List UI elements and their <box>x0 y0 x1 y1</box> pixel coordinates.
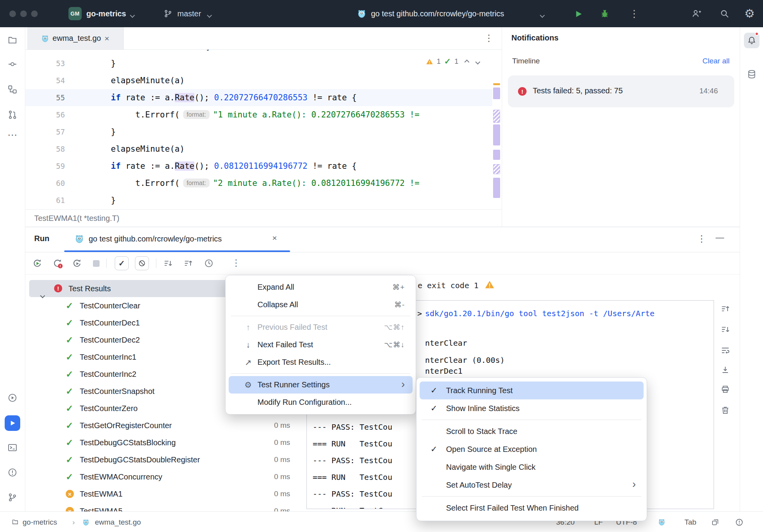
stop-button-disabled[interactable] <box>93 260 100 267</box>
minimize-icon[interactable]: — <box>716 233 724 243</box>
clear-console-icon[interactable] <box>720 405 730 415</box>
breadcrumb-file[interactable]: ewma_test.go <box>95 512 141 532</box>
structure-tool-icon[interactable] <box>7 84 18 94</box>
run-tool-icon-active[interactable] <box>5 415 20 431</box>
test-tree-item[interactable]: ✓ TestEWMAConcurrency 0 ms <box>25 468 306 485</box>
warning-count: 1 <box>437 58 441 66</box>
chevron-up-icon[interactable] <box>465 58 469 66</box>
test-root-label: Test Results <box>68 284 111 293</box>
scroll-to-end-icon[interactable] <box>720 365 730 375</box>
gopher-icon <box>75 234 84 243</box>
problems-tool-icon[interactable] <box>7 467 18 478</box>
add-user-icon[interactable] <box>691 9 702 19</box>
zoom-window-button[interactable] <box>31 10 38 17</box>
menu-item[interactable]: Scroll to Stack Trace <box>420 422 644 440</box>
chevron-right-icon: › <box>401 384 405 386</box>
menu-item[interactable]: Set AutoTest Delay › <box>420 476 644 494</box>
toolbar-separator <box>106 259 107 268</box>
test-name: TestDebugGCStatsBlocking <box>80 438 176 447</box>
menu-item[interactable]: ✓ Open Source at Exception <box>420 440 644 458</box>
chevron-down-icon[interactable] <box>476 58 480 66</box>
pull-requests-tool-icon[interactable] <box>7 110 18 120</box>
more-vertical-icon[interactable]: ⋮ <box>697 233 706 244</box>
toggle-auto-test-button[interactable] <box>72 258 82 269</box>
terminal-tool-icon[interactable] <box>7 443 18 453</box>
menu-item-label: Expand All <box>257 283 294 292</box>
branch-switcher[interactable]: master <box>177 0 201 27</box>
breadcrumb-project[interactable]: go-metrics <box>23 512 57 532</box>
menu-separator <box>231 373 410 374</box>
show-ignored-toggle[interactable] <box>135 256 149 270</box>
more-actions-button[interactable]: ⋮ <box>629 8 639 20</box>
git-tool-icon[interactable] <box>7 492 18 502</box>
scroll-up-icon[interactable] <box>720 304 730 314</box>
sort-alphabetically-button[interactable] <box>183 258 193 268</box>
menu-item[interactable]: ✓ Track Running Test <box>420 382 644 399</box>
menu-item-icon: ↓ <box>243 340 254 350</box>
print-icon[interactable] <box>720 384 730 394</box>
float-window-icon[interactable] <box>711 518 719 527</box>
close-window-button[interactable] <box>9 10 16 17</box>
search-icon[interactable] <box>719 9 730 19</box>
scroll-down-icon[interactable] <box>720 324 730 334</box>
test-tree-item[interactable]: × TestEWMA5 0 ms <box>25 502 306 511</box>
clear-all-link[interactable]: Clear all <box>702 57 730 65</box>
notifications-panel: Notifications Timeline Clear all ! Tests… <box>502 27 740 227</box>
more-horizontal-icon[interactable]: ⋯ <box>7 129 18 141</box>
close-icon[interactable]: × <box>105 34 109 42</box>
menu-item[interactable]: Collapse All ⌘- <box>229 296 413 313</box>
play-icon <box>35 261 40 266</box>
editor-tab-active[interactable]: ewma_test.go × <box>27 27 124 49</box>
run-configuration-selector[interactable]: go test github.com/rcrowley/go-metrics <box>371 0 504 27</box>
show-passed-toggle[interactable]: ✓ <box>115 256 129 270</box>
test-passed-icon: ✓ <box>66 314 73 331</box>
error-icon: ! <box>518 87 527 96</box>
more-vertical-icon[interactable]: ⋮ <box>231 257 241 268</box>
menu-item[interactable]: Expand All ⌘+ <box>229 278 413 296</box>
project-tool-icon[interactable] <box>7 35 18 45</box>
database-tool-icon[interactable] <box>747 69 757 79</box>
menu-item[interactable]: Navigate with Single Click <box>420 458 644 476</box>
sort-by-duration-button[interactable] <box>163 258 173 268</box>
active-tab-underline <box>64 250 290 252</box>
code-editor[interactable]: 535455565758596061 } } elapseMinute(a) i… <box>25 50 502 209</box>
project-switcher[interactable]: go-metrics <box>86 0 126 27</box>
menu-item[interactable]: ↑ Previous Failed Test ⌥⌘↑ <box>229 318 413 336</box>
soft-wrap-icon[interactable] <box>720 345 730 355</box>
menu-item[interactable]: ↗ Export Test Results... <box>229 354 413 371</box>
test-tree-item[interactable]: ✓ TestGetOrRegisterCounter 0 ms <box>25 417 306 434</box>
test-history-clock-icon[interactable] <box>204 258 214 268</box>
menu-item[interactable]: Modify Run Configuration... <box>229 394 413 411</box>
notification-message: Tests failed: 5, passed: 75 <box>533 86 623 95</box>
test-passed-icon: ✓ <box>66 417 73 434</box>
test-tree-item[interactable]: ✓ TestDebugGCStatsBlocking 0 ms <box>25 434 306 451</box>
test-passed-icon: ✓ <box>66 383 73 400</box>
context-menu: Expand All ⌘+ Collapse All ⌘- ↑ <box>225 275 416 415</box>
problems-status-icon[interactable] <box>735 518 744 527</box>
chevron-down-icon <box>208 12 211 19</box>
menu-separator <box>422 420 641 420</box>
run-button[interactable] <box>573 9 583 19</box>
test-tree-item[interactable]: ✓ TestDebugGCStatsDoubleRegister 0 ms <box>25 451 306 468</box>
menu-item[interactable]: ✓ Show Inline Statistics <box>420 399 644 417</box>
code-line: } <box>111 192 116 209</box>
project-avatar[interactable]: GM <box>68 7 82 20</box>
menu-item[interactable]: ↓ Next Failed Test ⌥⌘↓ <box>229 336 413 354</box>
menu-item[interactable]: Select First Failed Test When Finished <box>420 499 644 517</box>
services-tool-icon[interactable] <box>7 393 18 403</box>
debug-button[interactable] <box>600 9 610 19</box>
left-tool-strip: ⋯ <box>0 27 25 511</box>
rerun-tests-button[interactable] <box>32 258 43 269</box>
settings-gear-icon[interactable]: ⚙ <box>744 2 755 25</box>
menu-item[interactable]: ⚙ Test Runner Settings › <box>229 376 413 394</box>
menu-item-label: Test Runner Settings <box>257 380 330 389</box>
test-tree-item[interactable]: × TestEWMA1 0 ms <box>25 485 306 502</box>
minimize-window-button[interactable] <box>20 10 27 17</box>
rerun-failed-tests-button[interactable]: ! <box>52 258 63 269</box>
commit-tool-icon[interactable] <box>7 59 18 69</box>
run-tab[interactable]: go test github.com/rcrowley/go-metrics <box>89 234 222 243</box>
more-vertical-icon[interactable]: ⋮ <box>484 33 494 44</box>
inspections-widget[interactable]: 1 ✓ 1 <box>426 54 480 68</box>
indent-setting[interactable]: Tab <box>684 512 696 532</box>
close-icon[interactable]: × <box>272 234 277 242</box>
